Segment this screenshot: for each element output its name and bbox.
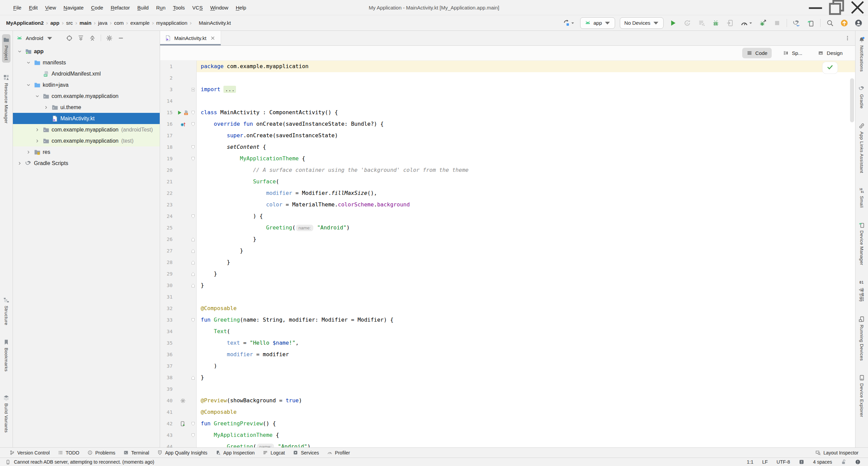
code-line-34[interactable]: 34 Text( xyxy=(160,326,855,337)
minimize-icon[interactable] xyxy=(805,0,826,15)
gutter[interactable]: <> xyxy=(176,107,190,118)
toolwindow-problems[interactable]: Problems xyxy=(83,448,119,458)
code-line-18[interactable]: 18 setContent { xyxy=(160,141,855,153)
vcs-update-button[interactable] xyxy=(561,18,575,28)
code-line-43[interactable]: 43 MyApplicationTheme { xyxy=(160,429,855,441)
code-line-23[interactable]: 23 color = MaterialTheme.colorScheme.bac… xyxy=(160,199,855,210)
menu-tools[interactable]: Tools xyxy=(169,5,189,11)
code-line-25[interactable]: 25 Greeting(name: "Android") xyxy=(160,222,855,234)
code-line-44[interactable]: 44 Greeting(name: "Android") xyxy=(160,441,855,447)
view-toggle-sp[interactable]: Sp... xyxy=(778,48,807,58)
code-line-32[interactable]: 32@Composable xyxy=(160,303,855,314)
menu-help[interactable]: Help xyxy=(232,5,250,11)
menu-run[interactable]: Run xyxy=(152,5,169,11)
menu-vcs[interactable]: VCS xyxy=(189,5,206,11)
run-configuration-select[interactable]: app xyxy=(580,17,615,29)
menu-edit[interactable]: Edit xyxy=(25,5,41,11)
menu-build[interactable]: Build xyxy=(134,5,152,11)
tool-strip-gradle[interactable]: Gradle xyxy=(857,83,866,111)
tree-item-androidmanifest-xml[interactable]: MFAndroidManifest.xml xyxy=(13,68,160,79)
line-number[interactable]: 14 xyxy=(160,95,176,107)
toolwindow-version-control[interactable]: Version Control xyxy=(5,448,54,458)
line-number[interactable]: 19 xyxy=(160,153,176,164)
fold-marker[interactable] xyxy=(190,210,197,222)
tool-strip-build-variants[interactable]: Build Variants xyxy=(2,392,11,435)
gear-gutter-icon[interactable] xyxy=(180,398,186,404)
line-separator[interactable]: LF xyxy=(762,459,768,465)
gutter[interactable] xyxy=(176,118,190,130)
tree-item-com-example-myapplication[interactable]: com.example.myapplication(test) xyxy=(13,135,160,146)
fold-marker[interactable] xyxy=(190,257,197,268)
hide-panel-icon[interactable] xyxy=(118,35,124,41)
project-view-selector[interactable]: Android xyxy=(26,35,43,41)
preview-gutter-icon[interactable] xyxy=(180,421,186,427)
indent-style[interactable]: 4 spaces xyxy=(813,459,832,465)
code-line-19[interactable]: 19 MyApplicationTheme { xyxy=(160,153,855,164)
line-number[interactable]: 20 xyxy=(160,164,176,176)
line-number[interactable]: 18 xyxy=(160,141,176,153)
manifest-gutter-icon[interactable]: <> xyxy=(183,110,189,116)
line-number[interactable]: 39 xyxy=(160,383,176,395)
tool-strip-running-devices[interactable]: Running Devices xyxy=(857,313,866,363)
stop-button[interactable] xyxy=(772,18,782,28)
tool-strip-smali[interactable]: 1001Smali xyxy=(857,185,866,210)
menu-code[interactable]: Code xyxy=(87,5,107,11)
tool-strip-app-links-assistant[interactable]: App Links Assistant xyxy=(857,120,866,176)
code-line-38[interactable]: 38} xyxy=(160,372,855,383)
fold-marker[interactable] xyxy=(190,118,197,130)
line-number[interactable]: 21 xyxy=(160,176,176,187)
line-number[interactable]: 42 xyxy=(160,418,176,429)
code-line-26[interactable]: 26 } xyxy=(160,234,855,245)
collapse-all-icon[interactable] xyxy=(89,35,96,41)
line-number[interactable]: 35 xyxy=(160,337,176,349)
code-line-27[interactable]: 27 } xyxy=(160,245,855,257)
view-toggle-code[interactable]: Code xyxy=(742,48,772,58)
fold-marker[interactable] xyxy=(190,107,197,118)
breadcrumb-item[interactable]: example xyxy=(130,20,150,26)
code-line-17[interactable]: 17 super.onCreate(savedInstanceState) xyxy=(160,130,855,141)
chevron-down-icon[interactable] xyxy=(33,94,41,99)
toolwindow-terminal[interactable]: Terminal xyxy=(119,448,153,458)
toolwindow-todo[interactable]: TODO xyxy=(54,448,83,458)
fold-marker[interactable] xyxy=(190,429,197,441)
code-line-21[interactable]: 21 Surface( xyxy=(160,176,855,187)
fold-marker[interactable] xyxy=(190,234,197,245)
menu-file[interactable]: File xyxy=(9,5,25,11)
line-number[interactable]: 3 xyxy=(160,84,176,95)
chevron-right-icon[interactable] xyxy=(33,127,41,132)
more-options-icon[interactable] xyxy=(840,35,855,41)
fold-marker[interactable] xyxy=(190,268,197,280)
caret-position[interactable]: 1:1 xyxy=(747,459,753,465)
toolwindow-logcat[interactable]: Logcat xyxy=(259,448,289,458)
chevron-right-icon[interactable] xyxy=(33,139,41,143)
menu-refactor[interactable]: Refactor xyxy=(107,5,134,11)
breadcrumb-item[interactable]: com xyxy=(114,20,123,26)
menu-window[interactable]: Window xyxy=(206,5,232,11)
fold-marker[interactable] xyxy=(190,418,197,429)
code-line-37[interactable]: 37 ) xyxy=(160,360,855,372)
upgrade-assistant-button[interactable] xyxy=(840,18,849,28)
code-line-1[interactable]: 1package com.example.myapplication xyxy=(160,61,855,72)
code-line-16[interactable]: 16 override fun onCreate(savedInstanceSt… xyxy=(160,118,855,130)
toolwindow-profiler[interactable]: Profiler xyxy=(323,448,354,458)
code-line-41[interactable]: 41@Composable xyxy=(160,406,855,418)
tool-strip-device-explorer[interactable]: Device Explorer xyxy=(857,372,866,420)
inspections-widget[interactable] xyxy=(823,62,837,74)
tree-item-res[interactable]: res xyxy=(13,146,160,158)
line-number[interactable]: 30 xyxy=(160,280,176,291)
view-toggle-design[interactable]: Design xyxy=(813,48,847,58)
code-line-14[interactable]: 14 xyxy=(160,95,855,107)
toolwindow-services[interactable]: Services xyxy=(289,448,323,458)
code-line-3[interactable]: 3import ... xyxy=(160,84,855,95)
line-number[interactable]: 27 xyxy=(160,245,176,257)
device-manager-button[interactable] xyxy=(806,18,815,28)
line-number[interactable]: 17 xyxy=(160,130,176,141)
line-number[interactable]: 37 xyxy=(160,360,176,372)
code-line-22[interactable]: 22 modifier = Modifier.fillMaxSize(), xyxy=(160,187,855,199)
code-line-2[interactable]: 2 xyxy=(160,72,855,84)
tree-item-kotlin-java[interactable]: kotlin+java xyxy=(13,79,160,90)
gutter[interactable] xyxy=(176,395,190,406)
line-number[interactable]: 32 xyxy=(160,303,176,314)
line-number[interactable]: 38 xyxy=(160,372,176,383)
menu-view[interactable]: View xyxy=(41,5,60,11)
